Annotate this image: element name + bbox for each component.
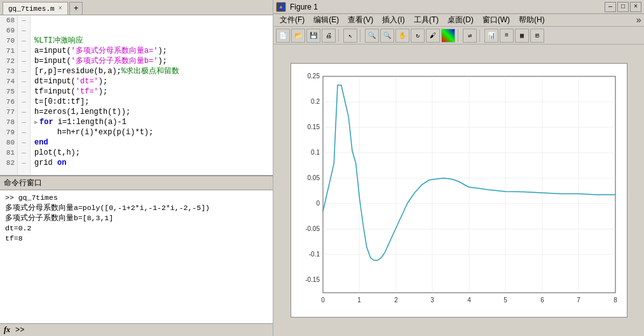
- code-line-72: b=input('多项式分子系数向量b=');: [34, 56, 273, 66]
- svg-text:5: 5: [504, 297, 507, 304]
- svg-text:7: 7: [577, 297, 580, 304]
- editor-panel: gq_7times.m × + 68 69 70 71 72 73 74 75 …: [0, 0, 273, 336]
- menu-insert[interactable]: 插入(I): [378, 14, 408, 26]
- menu-window[interactable]: 窗口(W): [479, 14, 514, 26]
- figure-panel: ▲ Figure 1 — □ × 文件(F) 编辑(E) 查看(V) 插入(I)…: [273, 0, 644, 336]
- tb-colorbar[interactable]: ▦: [515, 29, 529, 43]
- code-editor[interactable]: %LTI冲激响应 a=input('多项式分母系数向量a='); b=input…: [31, 15, 273, 175]
- cmd-line-3: 多项式分子系数向量b=[8,3,1]: [5, 213, 268, 223]
- cmd-line-1: >> gq_7times: [5, 193, 268, 203]
- tb-select[interactable]: ↖: [343, 29, 357, 43]
- plot-area: 0.25 0.2 0.15 0.1 0.05 0 -0.05 -0.1 -0.1…: [291, 63, 627, 318]
- svg-text:0.2: 0.2: [311, 98, 320, 105]
- tb-sep1: [338, 29, 341, 42]
- line-markers: — — — — — — — — — — — — — — —: [18, 15, 31, 175]
- svg-text:1: 1: [357, 297, 361, 304]
- command-window: 命令行窗口 >> gq_7times 多项式分母系数向量a=poly([0,-1…: [0, 175, 273, 336]
- code-line-71: a=input('多项式分母系数向量a=');: [34, 46, 273, 56]
- cmd-line-4: dt=0.2: [5, 223, 268, 234]
- code-line-74: dt=input('dt=');: [34, 76, 273, 87]
- figure-titlebar: ▲ Figure 1 — □ ×: [273, 0, 644, 14]
- menu-edit[interactable]: 编辑(E): [310, 14, 343, 26]
- tb-sep2: [360, 29, 362, 42]
- svg-text:0.05: 0.05: [307, 174, 320, 181]
- tb-data-cursor[interactable]: 📊: [484, 29, 498, 43]
- code-line-69: [34, 25, 273, 36]
- maximize-button[interactable]: □: [617, 2, 629, 12]
- code-line-70: %LTI冲激响应: [34, 36, 273, 46]
- command-output: >> gq_7times 多项式分母系数向量a=poly([0,-1+2*i,-…: [0, 190, 273, 323]
- svg-text:-0.1: -0.1: [308, 251, 320, 258]
- matlab-icon: ▲: [276, 2, 286, 12]
- tb-zoom-out[interactable]: 🔍: [380, 29, 394, 43]
- line-numbers: 68 69 70 71 72 73 74 75 76 77 78 79 80 8…: [0, 15, 18, 175]
- code-line-76: t=[0:dt:tf];: [34, 97, 273, 107]
- cmd-line-2: 多项式分母系数向量a=poly([0,-1+2*i,-1-2*i,-2,-5]): [5, 203, 268, 213]
- code-line-81: plot(t,h);: [34, 148, 273, 158]
- tab-add-button[interactable]: +: [69, 2, 83, 15]
- editor-tab[interactable]: gq_7times.m ×: [3, 2, 68, 15]
- svg-text:-0.05: -0.05: [305, 225, 320, 232]
- menu-arrow: »: [636, 15, 641, 25]
- code-line-68: [34, 15, 273, 25]
- svg-text:0.1: 0.1: [311, 149, 320, 156]
- figure-toolbar: 📄 📂 💾 🖨 ↖ 🔍 🔍 ✋ ↻ 🖌 ⇄ 📊 ≡ ▦ ⊞: [273, 27, 644, 45]
- svg-text:8: 8: [613, 297, 617, 304]
- svg-text:0: 0: [321, 297, 325, 304]
- tb-pan[interactable]: ✋: [395, 29, 409, 43]
- tab-label: gq_7times.m: [8, 5, 55, 13]
- code-line-82: grid on: [34, 158, 273, 168]
- tb-insert-legend[interactable]: ≡: [500, 29, 514, 43]
- svg-text:2: 2: [394, 297, 398, 304]
- plot-container: 0.25 0.2 0.15 0.1 0.05 0 -0.05 -0.1 -0.1…: [273, 45, 644, 336]
- tb-color[interactable]: [441, 29, 455, 43]
- tb-open[interactable]: 📂: [291, 29, 305, 43]
- tb-link[interactable]: ⇄: [463, 29, 477, 43]
- menu-file[interactable]: 文件(F): [276, 14, 308, 26]
- tb-brush[interactable]: 🖌: [426, 29, 440, 43]
- minimize-button[interactable]: —: [605, 2, 616, 12]
- code-line-75: tf=input('tf=');: [34, 87, 273, 97]
- fx-label: fx: [4, 325, 10, 335]
- plot-svg: 0.25 0.2 0.15 0.1 0.05 0 -0.05 -0.1 -0.1…: [291, 64, 628, 318]
- figure-title: Figure 1: [290, 3, 318, 11]
- window-controls: — □ ×: [605, 2, 641, 12]
- fx-bar: fx >>: [0, 323, 273, 336]
- menu-view[interactable]: 查看(V): [344, 14, 377, 26]
- menu-tools[interactable]: 工具(T): [410, 14, 442, 26]
- tb-save[interactable]: 💾: [306, 29, 320, 43]
- code-line-79: h=h+r(i)*exp(p(i)*t);: [34, 127, 273, 137]
- tb-zoom-in[interactable]: 🔍: [365, 29, 379, 43]
- code-line-73: [r,p]=residue(b,a);%求出极点和留数: [34, 66, 273, 76]
- menu-desktop[interactable]: 桌面(D): [444, 14, 477, 26]
- tb-sep4: [479, 29, 482, 42]
- tab-bar: gq_7times.m × +: [0, 0, 273, 15]
- command-window-title: 命令行窗口: [0, 176, 273, 190]
- svg-text:4: 4: [467, 297, 471, 304]
- tb-hide-legend[interactable]: ⊞: [530, 29, 544, 43]
- code-area: 68 69 70 71 72 73 74 75 76 77 78 79 80 8…: [0, 15, 273, 175]
- svg-text:6: 6: [540, 297, 544, 304]
- tb-sep3: [458, 29, 460, 42]
- matlab-icon-label: ▲: [277, 3, 285, 11]
- svg-text:0.25: 0.25: [307, 73, 320, 80]
- code-line-77: h=zeros(1,length(t));: [34, 107, 273, 117]
- figure-menubar: 文件(F) 编辑(E) 查看(V) 插入(I) 工具(T) 桌面(D) 窗口(W…: [273, 14, 644, 27]
- cmd-line-5: tf=8: [5, 234, 268, 244]
- tb-print[interactable]: 🖨: [322, 29, 336, 43]
- svg-text:3: 3: [430, 297, 434, 304]
- cmd-prompt: >>: [15, 326, 24, 335]
- menu-help[interactable]: 帮助(H): [515, 14, 549, 26]
- close-button[interactable]: ×: [630, 2, 641, 12]
- tb-rotate[interactable]: ↻: [411, 29, 425, 43]
- tb-new[interactable]: 📄: [276, 29, 290, 43]
- tab-close-button[interactable]: ×: [58, 5, 62, 12]
- svg-text:0.15: 0.15: [307, 123, 320, 130]
- svg-text:0: 0: [316, 200, 320, 207]
- code-line-78: ▶for i=1:length(a)-1: [34, 117, 273, 127]
- code-line-80: end: [34, 137, 273, 148]
- figure-title-left: ▲ Figure 1: [276, 2, 318, 12]
- svg-text:-0.15: -0.15: [305, 276, 320, 283]
